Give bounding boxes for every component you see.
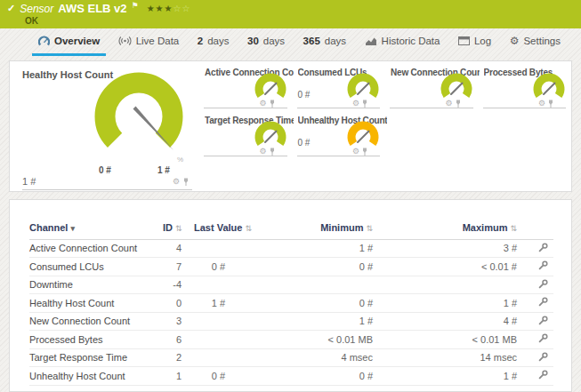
sensor-title[interactable]: AWS ELB v2 bbox=[58, 2, 126, 15]
channel-minimum: 0 # bbox=[234, 258, 376, 276]
column-header-last-value[interactable]: Last Value⇅ bbox=[185, 216, 234, 239]
column-label: ID bbox=[163, 222, 173, 233]
channel-name[interactable]: Consumed LCUs bbox=[29, 258, 163, 276]
channel-settings-icon[interactable] bbox=[538, 370, 548, 380]
gauge-cell-consumed-lcus: Consumed LCUs 0 # ⚙ bbox=[295, 61, 388, 109]
sort-icon: ⇅ bbox=[510, 224, 517, 233]
channel-maximum: < 0.01 # bbox=[376, 258, 520, 276]
percent-toggle-icon[interactable]: % bbox=[177, 156, 183, 164]
tab-label: days bbox=[207, 36, 229, 46]
channel-name[interactable]: New Connection Count bbox=[29, 312, 163, 331]
channel-minimum: 1 # bbox=[234, 312, 376, 331]
channel-table-panel: Channel▾ ID⇅ Last Value⇅ Minimum⇅ Maximu… bbox=[9, 199, 572, 392]
channel-last-value bbox=[185, 239, 234, 258]
divider bbox=[483, 108, 567, 108]
channel-name[interactable]: Target Response Time bbox=[29, 348, 163, 367]
sort-desc-icon: ▾ bbox=[70, 224, 75, 233]
column-header-id[interactable]: ID⇅ bbox=[163, 216, 185, 239]
gear-icon[interactable]: ⚙ bbox=[259, 148, 266, 156]
tab-overview[interactable]: Overview bbox=[32, 28, 106, 56]
table-row: Healthy Host Count 0 1 # 0 # 1 # bbox=[29, 294, 553, 313]
gauge-value: 0 # bbox=[298, 138, 311, 148]
pin-icon[interactable] bbox=[183, 178, 189, 186]
channel-settings-icon[interactable] bbox=[538, 316, 548, 325]
tab-historic-data[interactable]: Historic Data bbox=[359, 28, 447, 56]
gauge-needle bbox=[358, 84, 369, 95]
gear-icon[interactable]: ⚙ bbox=[259, 100, 266, 108]
channel-settings-icon[interactable] bbox=[538, 352, 548, 362]
broadcast-icon bbox=[118, 36, 132, 46]
channel-maximum: 4 # bbox=[376, 312, 520, 331]
log-icon bbox=[458, 36, 470, 45]
channel-name[interactable]: Processed Bytes bbox=[29, 331, 163, 349]
column-header-channel[interactable]: Channel▾ bbox=[29, 216, 163, 239]
channel-name[interactable]: Healthy Host Count bbox=[29, 294, 163, 313]
channel-id: 3 bbox=[163, 312, 185, 331]
gauge-arc bbox=[259, 125, 282, 143]
divider bbox=[204, 108, 287, 108]
gear-icon[interactable]: ⚙ bbox=[445, 100, 452, 108]
gauge-needle bbox=[358, 132, 369, 143]
channel-maximum: < 0.01 MB bbox=[376, 331, 520, 349]
tab-label: Settings bbox=[523, 36, 561, 46]
gear-icon[interactable]: ⚙ bbox=[352, 148, 359, 156]
pin-icon[interactable] bbox=[456, 100, 461, 108]
channel-name[interactable]: Downtime bbox=[29, 276, 163, 294]
pin-icon[interactable] bbox=[362, 100, 367, 108]
channel-last-value bbox=[185, 276, 234, 294]
gauge-value: 0 # bbox=[298, 90, 311, 100]
pin-icon[interactable] bbox=[270, 100, 275, 108]
table-row: Target Response Time 2 4 msec 14 msec bbox=[29, 348, 553, 367]
stars-filled: ★★★ bbox=[147, 4, 173, 13]
channel-id: 0 bbox=[163, 294, 185, 313]
gauges-panel: Healthy Host Count 0 # 1 # % 1 # ⚙ Activ… bbox=[9, 60, 572, 192]
channel-id: -4 bbox=[163, 276, 185, 294]
gauge-needle bbox=[544, 84, 555, 95]
gauge-needle bbox=[451, 84, 463, 95]
gear-icon[interactable]: ⚙ bbox=[173, 178, 180, 186]
channel-last-value bbox=[185, 348, 234, 367]
tab-live-data[interactable]: Live Data bbox=[112, 28, 186, 56]
gauge-needle bbox=[265, 132, 277, 143]
channel-settings-icon[interactable] bbox=[538, 260, 548, 270]
pin-icon[interactable] bbox=[270, 148, 275, 156]
column-header-minimum[interactable]: Minimum⇅ bbox=[234, 216, 376, 239]
priority-stars[interactable]: ★★★☆☆ bbox=[147, 4, 191, 13]
tab-settings[interactable]: ⚙ Settings bbox=[504, 28, 567, 56]
column-label: Last Value bbox=[194, 222, 242, 233]
column-header-maximum[interactable]: Maximum⇅ bbox=[376, 216, 520, 239]
tab-2-days[interactable]: 2days bbox=[191, 28, 236, 56]
channel-minimum: 0 # bbox=[234, 294, 376, 313]
pin-icon[interactable] bbox=[548, 100, 553, 108]
area-chart-icon bbox=[365, 36, 377, 46]
channel-settings-icon[interactable] bbox=[538, 243, 548, 252]
tab-log[interactable]: Log bbox=[452, 28, 497, 56]
table-row: Downtime -4 bbox=[29, 276, 553, 294]
sensor-overview-page: ✓ Sensor AWS ELB v2 ⚑ ★★★☆☆ OK Overview … bbox=[0, 0, 581, 392]
divider bbox=[390, 108, 473, 108]
table-row: Active Connection Count 4 1 # 3 # bbox=[29, 239, 553, 258]
tab-30-days[interactable]: 30days bbox=[241, 28, 291, 56]
channel-settings-icon[interactable] bbox=[538, 297, 548, 307]
channel-name[interactable]: Unhealthy Host Count bbox=[29, 367, 163, 386]
stars-empty: ☆☆ bbox=[173, 4, 191, 13]
pin-icon[interactable] bbox=[362, 148, 367, 156]
channel-name[interactable]: Active Connection Count bbox=[29, 239, 163, 258]
tab-label: Log bbox=[474, 36, 491, 46]
gauge-cell-processed-bytes: Processed Bytes ⚙ bbox=[480, 61, 574, 109]
gear-icon[interactable]: ⚙ bbox=[352, 100, 359, 108]
gauge-cell-target-response-time: Target Response Time ⚙ bbox=[201, 109, 295, 157]
channel-last-value: 1 # bbox=[185, 294, 234, 313]
channel-minimum: 0 # bbox=[234, 367, 376, 386]
channel-settings-icon[interactable] bbox=[538, 333, 548, 343]
flag-icon[interactable]: ⚑ bbox=[132, 1, 139, 10]
tab-365-days[interactable]: 365days bbox=[297, 28, 352, 56]
gauge-arc bbox=[259, 77, 282, 95]
sort-icon: ⇅ bbox=[245, 224, 252, 233]
gear-icon[interactable]: ⚙ bbox=[538, 100, 545, 108]
channel-minimum bbox=[234, 276, 376, 294]
channel-last-value: 0 # bbox=[185, 258, 234, 276]
channel-settings-icon[interactable] bbox=[538, 279, 548, 289]
sensor-status-badge: OK bbox=[25, 16, 38, 26]
gauge-arc bbox=[351, 77, 375, 95]
